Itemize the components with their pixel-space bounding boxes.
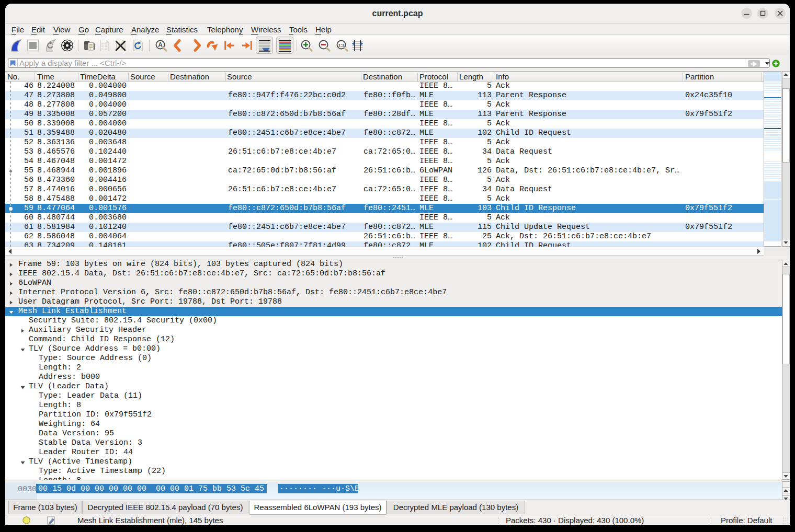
svg-text:1:1: 1:1	[338, 42, 344, 47]
svg-text:0111: 0111	[101, 48, 107, 50]
svg-text:A: A	[158, 41, 163, 49]
